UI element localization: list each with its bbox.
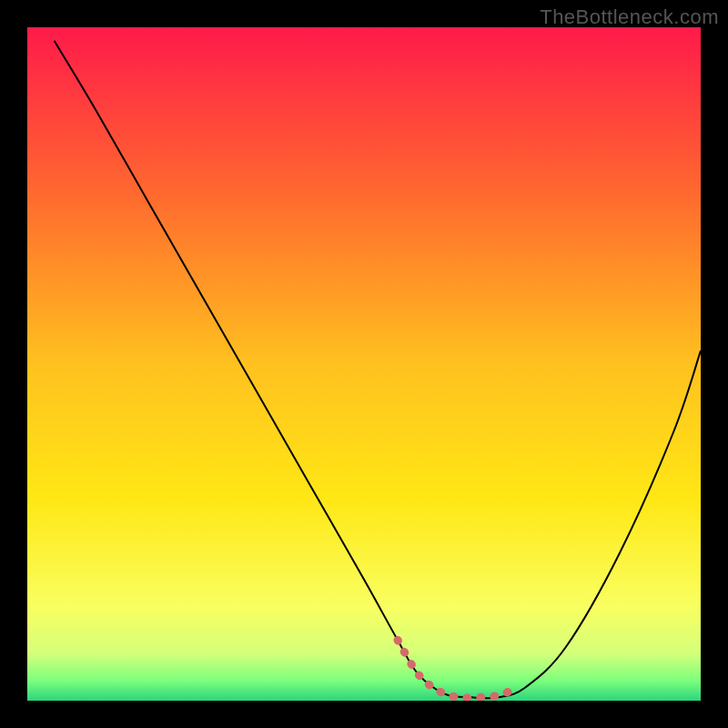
watermark-text: TheBottleneck.com: [540, 5, 719, 29]
plot-background: [27, 27, 701, 701]
bottleneck-chart: [0, 0, 728, 728]
chart-frame: TheBottleneck.com: [0, 0, 728, 728]
